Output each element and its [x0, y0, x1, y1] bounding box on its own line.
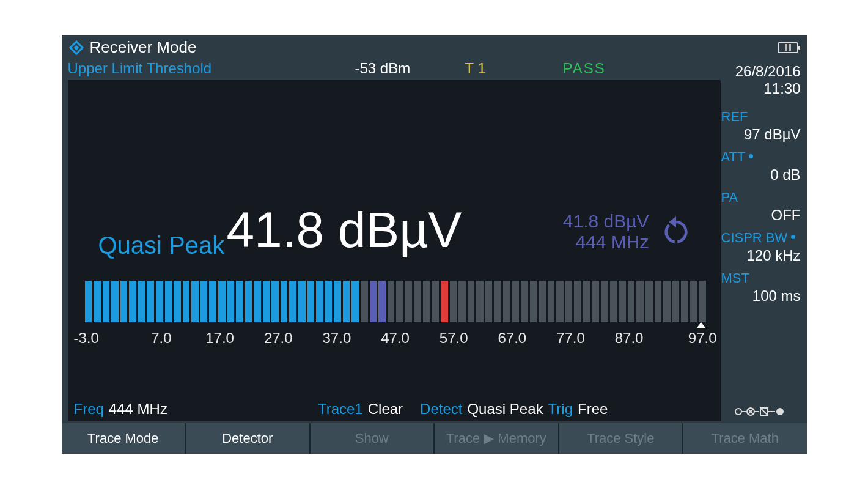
- bargraph-segment: [592, 281, 600, 322]
- bargraph-segment: [699, 281, 706, 322]
- softkey-trace-style: Trace Style: [559, 423, 684, 454]
- bargraph-segment: [200, 281, 208, 322]
- bargraph-segment: [183, 281, 190, 322]
- bargraph-segment: [539, 281, 546, 322]
- param-key: CISPR BW: [721, 230, 796, 246]
- param-mst[interactable]: MST100 ms: [721, 270, 801, 305]
- bargraph-segment: [174, 281, 181, 322]
- softkey-trace-mode[interactable]: Trace Mode: [62, 423, 186, 454]
- bargraph-segment: [458, 281, 466, 322]
- bargraph-segment: [85, 281, 92, 322]
- trace-label: Trace1: [318, 401, 363, 418]
- peak-hold-level: 41.8 dBµV: [563, 211, 649, 232]
- param-key: PA: [721, 190, 738, 205]
- peak-hold-readout: 41.8 dBµV 444 MHz: [563, 211, 693, 253]
- bargraph-segment: [351, 281, 359, 322]
- bargraph-segment: [655, 281, 662, 322]
- param-key: REF: [721, 109, 748, 125]
- param-att[interactable]: ATT0 dB: [721, 149, 801, 183]
- ref-marker-icon: [696, 322, 706, 328]
- scale-tick: 47.0: [366, 330, 425, 347]
- brand-diamond-icon: [68, 39, 85, 56]
- bargraph-segment: [476, 281, 484, 322]
- bargraph-segment: [111, 281, 119, 322]
- param-pa[interactable]: PAOFF: [721, 190, 801, 224]
- bargraph-segment: [298, 281, 306, 322]
- title-left: Receiver Mode: [68, 38, 197, 57]
- scale-tick: 17.0: [191, 330, 249, 347]
- svg-point-12: [776, 408, 784, 415]
- bargraph-segment: [672, 281, 680, 322]
- bargraph-segment: [156, 281, 163, 322]
- bargraph-segment: [307, 281, 315, 322]
- bargraph-segment: [512, 281, 520, 322]
- date-text: 26/8/2016: [721, 63, 801, 81]
- bargraph-segment: [254, 281, 261, 322]
- bargraph-segment: [636, 281, 644, 322]
- bargraph-segment: [103, 281, 110, 322]
- param-value: 0 dB: [721, 166, 801, 183]
- bargraph-segment: [610, 281, 617, 322]
- bargraph-segment: [209, 281, 216, 322]
- bargraph-segment: [94, 281, 101, 322]
- bargraph-segment: [432, 281, 439, 322]
- trace-value: Clear: [368, 401, 403, 418]
- scale-tick: 77.0: [542, 330, 600, 347]
- scale-tick: 97.0: [658, 330, 717, 347]
- peak-hold-freq: 444 MHz: [563, 232, 649, 253]
- svg-point-3: [735, 409, 741, 415]
- level-readout: 41.8 dBµV: [227, 201, 462, 259]
- bargraph-segment: [218, 281, 226, 322]
- bargraph-segment: [281, 281, 288, 322]
- bargraph-segment: [556, 281, 564, 322]
- side-panel: 26/8/2016 11:30 REF97 dBµVATT0 dBPAOFFCI…: [721, 59, 807, 423]
- datetime: 26/8/2016 11:30: [721, 63, 801, 98]
- trace-status-line: Freq 444 MHz Trace1 Clear Detect Quasi P…: [74, 401, 608, 418]
- bargraph-segment: [236, 281, 243, 322]
- bargraph-segment: [147, 281, 154, 322]
- bargraph-segment: [120, 281, 128, 322]
- bargraph-segment: [165, 281, 172, 322]
- reset-peak-icon[interactable]: [659, 213, 693, 250]
- softkey-trace-memory: Trace ▶ Memory: [435, 423, 559, 454]
- bargraph-segment: [316, 281, 323, 322]
- param-key: ATT: [721, 149, 754, 165]
- trig-value: Free: [578, 401, 608, 418]
- param-value: 100 ms: [721, 287, 801, 305]
- bargraph-segment: [343, 281, 350, 322]
- detector-label: Quasi Peak: [98, 232, 225, 259]
- scale-tick: 57.0: [424, 330, 483, 347]
- param-cispr-bw[interactable]: CISPR BW120 kHz: [721, 230, 801, 264]
- scale-tick: 27.0: [249, 330, 307, 347]
- bargraph-segment: [129, 281, 136, 322]
- bargraph-segment: [690, 281, 697, 322]
- bargraph-segment: [619, 281, 626, 322]
- bargraph-segment: [485, 281, 493, 322]
- bargraph-segment: [583, 281, 590, 322]
- bargraph-segment: [521, 281, 528, 322]
- bargraph-segment: [441, 281, 448, 322]
- bargraph-segment: [681, 281, 688, 322]
- bargraph-segment: [138, 281, 145, 322]
- auto-dot-icon: [749, 154, 753, 158]
- softkey-show: Show: [311, 423, 435, 454]
- param-ref[interactable]: REF97 dBµV: [721, 109, 801, 143]
- freq-value: 444 MHz: [109, 401, 167, 418]
- bargraph-segment: [565, 281, 573, 322]
- softkey-detector[interactable]: Detector: [186, 423, 311, 454]
- pass-fail-status: PASS: [563, 60, 649, 77]
- threshold-label[interactable]: Upper Limit Threshold: [68, 60, 355, 77]
- status-bar: Upper Limit Threshold -53 dBm T 1 PASS: [62, 59, 807, 80]
- softkey-row: Trace ModeDetectorShowTrace ▶ MemoryTrac…: [62, 423, 807, 454]
- param-value: 120 kHz: [721, 247, 801, 264]
- main-display: Quasi Peak 41.8 dBµV 41.8 dBµV 444 MHz -…: [68, 80, 721, 421]
- bargraph-segment: [601, 281, 608, 322]
- bargraph-segment: [271, 281, 279, 322]
- bargraph-segment: [628, 281, 635, 322]
- bargraph-segment: [468, 281, 475, 322]
- freq-label: Freq: [74, 401, 104, 418]
- svg-line-10: [760, 408, 768, 415]
- scale-tick: 7.0: [132, 330, 191, 347]
- bargraph-segment: [645, 281, 653, 322]
- param-value: OFF: [721, 207, 801, 224]
